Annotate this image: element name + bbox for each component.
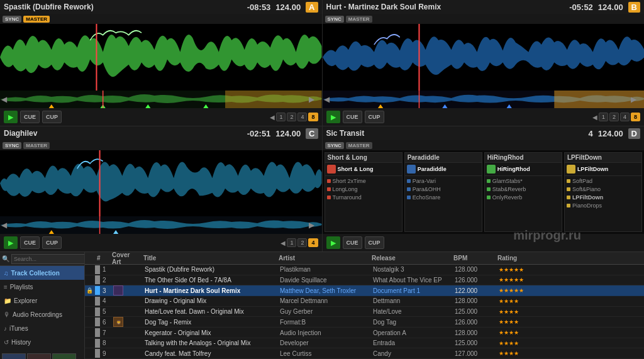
deck-b-sync[interactable]: SYNC bbox=[325, 16, 344, 23]
deck-d-cue-btn[interactable]: CUE bbox=[343, 236, 362, 249]
deck-c-master[interactable]: MASTER bbox=[23, 142, 50, 149]
sampler-pad-2[interactable]: Paradiddle Paradiddle Para-Vari Pa bbox=[404, 152, 482, 232]
deck-a-nav-right[interactable]: ▶ bbox=[309, 95, 314, 104]
table-row-selected[interactable]: 🔒 3 Hurt - Martinez Dark Soul Remix Matt… bbox=[85, 285, 644, 296]
row-4-title: Drawing - Original Mix bbox=[143, 297, 278, 304]
deck-d-play-btn[interactable]: ▶ bbox=[326, 236, 340, 249]
row-8-artist: Developer bbox=[278, 340, 371, 346]
sampler-pad-1[interactable]: Short & Long Short & Long Short 2xTime bbox=[325, 152, 402, 232]
deck-b-master[interactable]: MASTER bbox=[346, 16, 372, 23]
th-release[interactable]: Release bbox=[370, 255, 452, 262]
table-row[interactable]: 7 Kegerator - Original Mix Audio Injecti… bbox=[85, 328, 644, 338]
deck-b-cup-btn[interactable]: CUP bbox=[365, 111, 384, 123]
itunes-icon: ♪ bbox=[4, 325, 7, 332]
table-row[interactable]: 9 Candy feat. Matt Tolfrey Lee Curtiss C… bbox=[85, 348, 644, 359]
row-3-bpm: 122.000 bbox=[453, 287, 497, 294]
pad-4-name: LPFiltDown bbox=[577, 166, 609, 172]
table-row[interactable]: 4 Drawing - Original Mix Marcel Dettmann… bbox=[85, 296, 644, 307]
deck-d-time: 4 bbox=[589, 129, 593, 138]
deck-a-cue-btn[interactable]: CUE bbox=[20, 111, 40, 123]
deck-b-info: -05:52 124.00 B bbox=[569, 2, 640, 13]
search-input[interactable] bbox=[11, 254, 85, 264]
deck-a-sync[interactable]: SYNC bbox=[3, 16, 21, 23]
deck-b-loop-1[interactable]: 1 bbox=[599, 113, 608, 121]
deck-a-nav-left[interactable]: ◀ bbox=[1, 95, 7, 104]
row-3-release: Document Part 1 bbox=[371, 287, 453, 294]
deck-a-letter: A bbox=[306, 2, 318, 13]
deck-b-loop-2[interactable]: 2 bbox=[609, 113, 619, 121]
deck-b-nav-right[interactable]: ▶ bbox=[631, 95, 636, 104]
deck-d-sync[interactable]: SYNC bbox=[325, 142, 344, 149]
deck-b-loop-8[interactable]: 8 bbox=[631, 113, 640, 121]
table-row[interactable]: 6 🦁 Dog Tag - Remix Format:B Dog Tag 126… bbox=[85, 317, 644, 328]
sidebar-item-history[interactable]: ↺ History bbox=[0, 335, 84, 349]
row-4-num: 4 bbox=[101, 297, 111, 304]
sidebar-item-track-collection[interactable]: ♫ Track Collection bbox=[0, 266, 84, 280]
deck-b-play-btn[interactable]: ▶ bbox=[326, 111, 340, 123]
deck-c-cup-btn[interactable]: CUP bbox=[42, 236, 62, 249]
sidebar-item-audio-recordings[interactable]: 🎙 Audio Recordings bbox=[0, 307, 84, 321]
sidebar-item-itunes[interactable]: ♪ iTunes bbox=[0, 321, 84, 335]
sampler-pad-3[interactable]: HiRingRhod HiRingRhod GlamStabs* S bbox=[484, 152, 562, 232]
deck-a-loop-prev[interactable]: ◀ bbox=[270, 114, 275, 121]
deck-a-mini-svg bbox=[0, 91, 322, 108]
th-num[interactable]: # bbox=[95, 255, 110, 262]
sampler-pad-4[interactable]: LPFiltDown LPFiltDown SoftPad Soft bbox=[564, 152, 642, 232]
row-2-rating: ★★★★★ bbox=[497, 277, 547, 283]
search-icon: 🔍 bbox=[2, 255, 9, 262]
deck-d-cup-btn[interactable]: CUP bbox=[365, 236, 384, 249]
row-8-num: 8 bbox=[101, 340, 111, 346]
deck-b-loop-4[interactable]: 4 bbox=[620, 113, 630, 121]
sidebar-item-explorer[interactable]: 📁 Explorer bbox=[0, 294, 84, 307]
row-2-bpm: 126.000 bbox=[453, 277, 497, 284]
row-6-release: Dog Tag bbox=[371, 319, 453, 326]
table-row[interactable]: 8 Talking with the Analogs - Original Mi… bbox=[85, 338, 644, 349]
th-rating[interactable]: Rating bbox=[496, 255, 546, 262]
deck-a-waveform-svg: /* Inline bars via polygon - using rect … bbox=[0, 24, 322, 91]
deck-c-time: -02:51 bbox=[247, 129, 271, 138]
row-3-artist: Matthew Dear, Seth Troxler bbox=[278, 287, 371, 294]
deck-d-master[interactable]: MASTER bbox=[346, 142, 372, 149]
deck-c-nav-left[interactable]: ◀ bbox=[1, 221, 7, 229]
row-6-bpm: 126.000 bbox=[453, 319, 497, 326]
deck-a-loop-2[interactable]: 2 bbox=[287, 113, 296, 121]
deck-c-loop-prev[interactable]: ◀ bbox=[280, 240, 286, 246]
deck-a-loop-8[interactable]: 8 bbox=[308, 113, 318, 121]
deck-b-cue-btn[interactable]: CUE bbox=[343, 111, 362, 123]
table-row[interactable]: 2 The Other Side Of Bed - 7A/8A Davide S… bbox=[85, 275, 644, 286]
pad-3-main: HiRingRhod bbox=[485, 163, 562, 176]
table-row[interactable]: 1 Spastik (Dubfire Rework) Plastikman No… bbox=[85, 265, 644, 275]
pad-3-icon bbox=[487, 165, 496, 174]
row-9-artist: Lee Curtiss bbox=[278, 350, 371, 357]
deck-a-cup-btn[interactable]: CUP bbox=[42, 111, 62, 123]
table-row[interactable]: 5 Hate/Love feat. Dawn - Original Mix Gu… bbox=[85, 307, 644, 318]
th-bpm[interactable]: BPM bbox=[452, 255, 496, 262]
row-7-rating: ★★★★ bbox=[497, 329, 547, 336]
deck-c-loop-4[interactable]: 4 bbox=[308, 238, 318, 247]
deck-b-loop-prev[interactable]: ◀ bbox=[592, 114, 597, 121]
deck-b-nav-left[interactable]: ◀ bbox=[324, 95, 330, 104]
deck-c-cue-btn[interactable]: CUE bbox=[20, 236, 40, 249]
th-title[interactable]: Title bbox=[142, 255, 277, 262]
deck-a-waveform: /* Inline bars via polygon - using rect … bbox=[0, 24, 322, 91]
deck-a-loop-1[interactable]: 1 bbox=[276, 113, 286, 121]
deck-c-loop-2[interactable]: 2 bbox=[297, 238, 307, 247]
row-2-marker bbox=[95, 275, 100, 284]
sidebar-item-playlists[interactable]: ≡ Playlists bbox=[0, 280, 84, 294]
row-7-artist: Audio Injection bbox=[278, 329, 371, 336]
pad-2-header: Paradiddle bbox=[405, 153, 482, 163]
deck-c-nav-right[interactable]: ▶ bbox=[309, 221, 314, 229]
sidebar-item-label-track-collection: Track Collection bbox=[11, 270, 60, 277]
deck-b: Hurt - Martinez Dark Soul Remix -05:52 1… bbox=[323, 0, 645, 126]
deck-c-loop-1[interactable]: 1 bbox=[287, 238, 296, 247]
th-artist[interactable]: Artist bbox=[277, 255, 370, 262]
deck-a-loop-4[interactable]: 4 bbox=[297, 113, 307, 121]
deck-a-master[interactable]: MASTER bbox=[23, 16, 50, 23]
pad-4-header: LPFiltDown bbox=[565, 153, 641, 163]
deck-a-play-btn[interactable]: ▶ bbox=[4, 111, 18, 123]
deck-d-sync-row: SYNC MASTER bbox=[323, 140, 645, 150]
deck-c-play-btn[interactable]: ▶ bbox=[4, 236, 18, 249]
row-9-num: 9 bbox=[101, 350, 111, 357]
deck-c-sync[interactable]: SYNC bbox=[3, 142, 21, 149]
pad-2-tracks: Para-Vari Para&OHH EchoSnare bbox=[405, 176, 482, 202]
